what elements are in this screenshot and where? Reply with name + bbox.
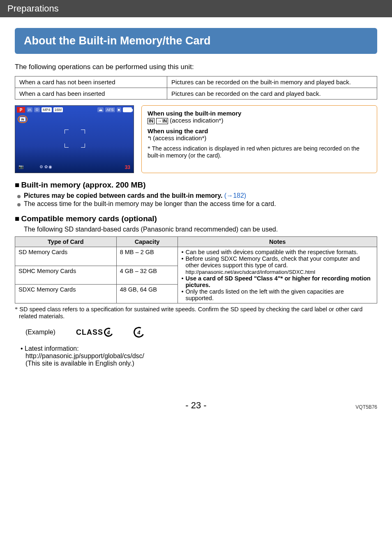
example-label: (Example) xyxy=(25,329,55,336)
latest-label: Latest information: xyxy=(25,345,79,352)
camera-footer-icons: ⚙ ✿ ◉ xyxy=(39,164,53,169)
camera-chip: iA xyxy=(27,107,32,112)
page-footer: - 23 - VQT5B76 xyxy=(15,400,377,411)
note-item: Before using SDXC Memory Cards, check th… xyxy=(181,255,374,275)
access-footnote: The access indication is displayed in re… xyxy=(148,145,360,159)
card-title: When using the card xyxy=(148,127,208,134)
memory-indicator-highlight: IN xyxy=(18,116,28,123)
intro-text: The following operations can be performe… xyxy=(15,63,377,71)
copy-note: Pictures may be copied between cards and… xyxy=(24,192,222,199)
breadcrumb: Preparations xyxy=(0,0,392,17)
builtin-heading: Built-in memory (approx. 200 MB) xyxy=(15,181,377,190)
cards-table: Type of Card Capacity Notes SD Memory Ca… xyxy=(15,236,377,303)
builtin-suffix: (access indication*) xyxy=(170,117,223,124)
example-row: (Example) CLASS4 4 xyxy=(15,327,377,338)
compat-heading: Compatible memory cards (optional) xyxy=(15,214,377,223)
card-type: SDXC Memory Cards xyxy=(15,285,117,303)
page-title: About the Built-in Memory/the Card xyxy=(15,28,377,54)
col-capacity: Capacity xyxy=(116,237,178,247)
in-icon: IN xyxy=(148,118,154,124)
page-number: - 23 - xyxy=(185,400,206,410)
doc-code: VQT5B76 xyxy=(355,404,377,410)
col-notes: Notes xyxy=(178,237,377,247)
ops-when: When a card has not been inserted xyxy=(15,76,167,88)
list-item: The access time for the built-in memory … xyxy=(24,200,377,208)
camera-chip: MP4 xyxy=(42,107,52,112)
ops-result: Pictures can be recorded on the built-in… xyxy=(167,76,377,88)
camera-chip: 16M xyxy=(53,107,63,112)
class4-icon: 4 xyxy=(132,325,145,339)
card-access-icon: ↰ xyxy=(148,134,151,142)
sdxc-url: http://panasonic.net/avc/sdcard/informat… xyxy=(185,269,315,275)
page-content: About the Built-in Memory/the Card The f… xyxy=(0,28,392,426)
mode-badge: P xyxy=(17,107,25,113)
memory-in-icon: IN xyxy=(20,117,25,121)
note-item: Only the cards listed on the left with t… xyxy=(181,288,374,301)
card-suffix: (access indication*) xyxy=(153,134,206,141)
note-item: Can be used with devices compatible with… xyxy=(181,249,374,255)
table-row: SD Memory Cards 8 MB – 2 GB Can be used … xyxy=(15,247,377,266)
card-type: SDHC Memory Cards xyxy=(15,266,117,285)
builtin-title: When using the built-in memory xyxy=(148,110,241,117)
table-row: When a card has not been inserted Pictur… xyxy=(15,76,377,88)
card-notes: Can be used with devices compatible with… xyxy=(178,247,377,303)
builtin-bullets: Pictures may be copied between cards and… xyxy=(15,192,377,208)
page-ref-link[interactable]: (→182) xyxy=(222,192,246,199)
list-item: Pictures may be copied between cards and… xyxy=(24,192,377,199)
col-type: Type of Card xyxy=(15,237,117,247)
class4-logo: CLASS4 xyxy=(76,328,113,337)
camera-shots-remaining: 33 xyxy=(125,164,130,170)
latest-note: (This site is available in English only.… xyxy=(25,360,134,367)
ops-result: Pictures can be recorded on the card and… xyxy=(167,88,377,100)
speed-class-footnote: * SD speed class refers to a specificati… xyxy=(15,306,377,320)
camera-chip: AFS xyxy=(105,107,115,112)
memory-indication-box: When using the built-in memory IN IN (ac… xyxy=(141,105,377,173)
note-item: Use a card of SD Speed "Class 4"* or hig… xyxy=(181,275,374,288)
card-capacity: 4 GB – 32 GB xyxy=(116,266,178,285)
in-arrow-icon: IN xyxy=(156,118,168,124)
operations-table: When a card has not been inserted Pictur… xyxy=(15,76,377,100)
latest-info: Latest information: http://panasonic.jp/… xyxy=(15,345,377,367)
camera-chip: ① xyxy=(34,107,40,112)
battery-icon xyxy=(123,107,132,112)
camera-chip: ■ xyxy=(117,107,121,112)
camera-preview-image: P iA ① MP4 16M ⛰ AFS ■ IN 📷 xyxy=(15,105,134,173)
table-row: When a card has been inserted Pictures c… xyxy=(15,88,377,100)
ops-when: When a card has been inserted xyxy=(15,88,167,100)
table-header-row: Type of Card Capacity Notes xyxy=(15,237,377,247)
compat-intro: The following SD standard-based cards (P… xyxy=(15,226,377,233)
camera-icon: 📷 xyxy=(18,164,23,169)
card-capacity: 48 GB, 64 GB xyxy=(116,285,178,303)
card-type: SD Memory Cards xyxy=(15,247,117,266)
camera-chip: ⛰ xyxy=(97,107,104,112)
latest-url: http://panasonic.jp/support/global/cs/ds… xyxy=(25,352,144,359)
card-capacity: 8 MB – 2 GB xyxy=(116,247,178,266)
